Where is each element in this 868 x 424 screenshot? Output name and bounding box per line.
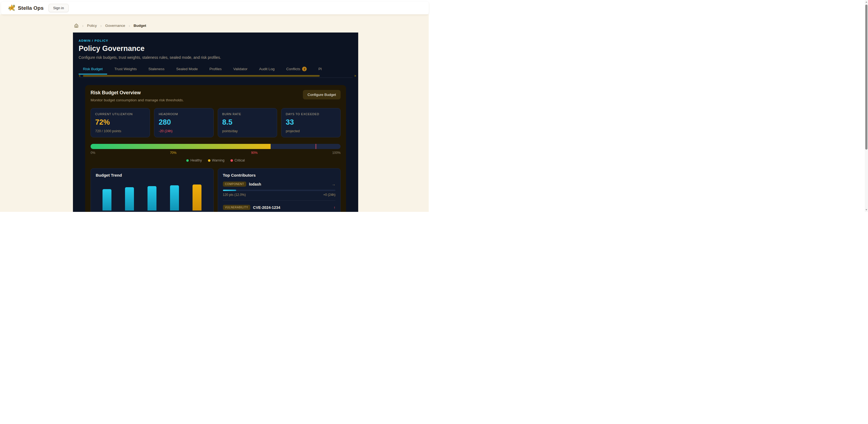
scale-label-70%: 70% bbox=[170, 151, 177, 155]
breadcrumb-item-governance[interactable]: Governance bbox=[105, 24, 125, 28]
conflicts-count-badge: 2 bbox=[302, 67, 307, 71]
sign-in-button[interactable]: Sign in bbox=[49, 4, 69, 12]
contributor-row-cve-2024-1234[interactable]: VULNERABILITYCVE-2024-1234↑95 pts (9.5%)… bbox=[223, 205, 336, 212]
configure-budget-button[interactable]: Configure Budget bbox=[303, 90, 341, 99]
stat-label: HEADROOM bbox=[159, 112, 209, 116]
stat-sub-text: projected bbox=[286, 129, 336, 133]
trend-flat-icon: → bbox=[332, 182, 335, 186]
tabs-scroll-right-arrow[interactable] bbox=[355, 75, 356, 77]
breadcrumb-separator-icon: › bbox=[100, 23, 102, 28]
tab-label: Profiles bbox=[209, 67, 221, 71]
stat-value: 72% bbox=[95, 118, 145, 127]
tab-audit-log[interactable]: Audit Log bbox=[255, 64, 279, 74]
stat-value: 280 bbox=[159, 118, 209, 127]
warning-dot-icon bbox=[208, 159, 210, 162]
page-title: Policy Governance bbox=[79, 44, 352, 53]
legend-item-healthy: Healthy bbox=[186, 159, 202, 162]
home-icon[interactable] bbox=[74, 23, 79, 28]
breadcrumb: ›Policy›Governance›Budget bbox=[74, 23, 429, 28]
tab-label: Audit Log bbox=[259, 67, 274, 71]
tab-label: Validator bbox=[233, 67, 247, 71]
utilization-bar-section: 0%70%90%100% HealthyWarningCritical bbox=[91, 144, 341, 162]
contributor-type-badge: COMPONENT bbox=[223, 182, 246, 187]
tab-validator[interactable]: Validator bbox=[229, 64, 252, 74]
trend-bar-12-8 bbox=[125, 187, 134, 210]
page-subtitle: Configure risk budgets, trust weights, s… bbox=[79, 55, 352, 60]
tab-sealed-mode[interactable]: Sealed Mode bbox=[172, 64, 202, 74]
page-background: ›Policy›Governance›Budget ADMIN / POLICY… bbox=[0, 14, 429, 212]
risk-budget-overview-card: Risk Budget Overview Monitor budget cons… bbox=[85, 85, 346, 212]
budget-trend-chart bbox=[96, 185, 209, 210]
trend-bar-12-22 bbox=[170, 185, 179, 210]
legend-label: Healthy bbox=[190, 159, 202, 162]
contributor-divider bbox=[223, 200, 336, 201]
status-legend: HealthyWarningCritical bbox=[91, 159, 341, 162]
critical-dot-icon bbox=[230, 159, 233, 162]
tab-label: Sealed Mode bbox=[176, 67, 198, 71]
breadcrumb-separator-icon: › bbox=[129, 23, 130, 28]
trend-bar-12-29 bbox=[192, 185, 202, 210]
scale-label-0%: 0% bbox=[91, 151, 95, 155]
tabs-scroll-thumb[interactable] bbox=[83, 75, 320, 77]
tab-profiles[interactable]: Profiles bbox=[205, 64, 226, 74]
stat-card-burn-rate: BURN RATE8.5points/day bbox=[218, 108, 277, 137]
tab-pl[interactable]: Pl bbox=[314, 64, 326, 74]
budget-trend-title: Budget Trend bbox=[96, 173, 209, 177]
tab-label: Trust Weights bbox=[115, 67, 137, 71]
tab-risk-budget[interactable]: Risk Budget bbox=[79, 64, 107, 74]
utilization-fill bbox=[91, 144, 271, 149]
stella-ops-logo-icon bbox=[8, 4, 16, 12]
breadcrumb-item-budget: Budget bbox=[134, 24, 147, 28]
stat-label: DAYS TO EXCEEDED bbox=[286, 112, 336, 116]
legend-item-critical: Critical bbox=[230, 159, 245, 162]
scale-label-100%: 100% bbox=[332, 151, 341, 155]
tab-conflicts[interactable]: Conflicts2 bbox=[282, 64, 311, 74]
trend-up-icon: ↑ bbox=[334, 205, 335, 210]
contributor-bar-fill bbox=[223, 190, 237, 191]
trend-bar-12-15 bbox=[148, 186, 156, 210]
contributor-bar-track bbox=[223, 190, 336, 191]
tabs-scroll-left-arrow[interactable] bbox=[79, 75, 80, 77]
brand-name: Stella Ops bbox=[18, 5, 44, 11]
scale-label-90%: 90% bbox=[251, 151, 258, 155]
stat-card-days-to-exceeded: DAYS TO EXCEEDED33projected bbox=[281, 108, 341, 137]
tab-trust-weights[interactable]: Trust Weights bbox=[110, 64, 141, 74]
legend-item-warning: Warning bbox=[208, 159, 224, 162]
tab-label: Conflicts bbox=[286, 67, 301, 71]
trend-bar-12-1 bbox=[102, 189, 112, 210]
overview-subtitle: Monitor budget consumption and manage ri… bbox=[91, 98, 184, 102]
tab-staleness[interactable]: Staleness bbox=[144, 64, 169, 74]
tab-label: Staleness bbox=[148, 67, 164, 71]
brand[interactable]: Stella Ops bbox=[8, 4, 44, 12]
contributor-sub-row: 120 pts (12.0%)+0 (24h) bbox=[223, 193, 336, 197]
tabs-divider bbox=[79, 77, 352, 78]
utilization-track bbox=[91, 144, 341, 149]
contributor-type-badge: VULNERABILITY bbox=[223, 205, 251, 210]
top-contributors-card: Top Contributors COMPONENTlodash→120 pts… bbox=[218, 168, 341, 212]
utilization-scale-labels: 0%70%90%100% bbox=[91, 151, 341, 155]
contributor-list: COMPONENTlodash→120 pts (12.0%)+0 (24h)V… bbox=[223, 182, 336, 212]
stat-value: 8.5 bbox=[222, 118, 273, 127]
healthy-dot-icon bbox=[186, 159, 189, 162]
contributor-head: COMPONENTlodash→ bbox=[223, 182, 336, 187]
contributor-points: 120 pts (12.0%) bbox=[223, 193, 246, 197]
contributor-name: CVE-2024-1234 bbox=[253, 205, 280, 210]
tabs-scroll-track[interactable] bbox=[81, 75, 353, 77]
tab-label: Risk Budget bbox=[83, 67, 103, 71]
breadcrumb-item-policy[interactable]: Policy bbox=[87, 24, 97, 28]
tab-bar: Risk BudgetTrust WeightsStalenessSealed … bbox=[79, 64, 352, 74]
stat-card-current-utilization: CURRENT UTILIZATION72%720 / 1000 points bbox=[91, 108, 150, 137]
stat-value: 33 bbox=[286, 118, 336, 127]
contributor-head: VULNERABILITYCVE-2024-1234↑ bbox=[223, 205, 336, 210]
contributor-row-lodash[interactable]: COMPONENTlodash→120 pts (12.0%)+0 (24h) bbox=[223, 182, 336, 197]
stat-cards: CURRENT UTILIZATION72%720 / 1000 pointsH… bbox=[91, 108, 341, 137]
stat-label: BURN RATE bbox=[222, 112, 273, 116]
stat-card-headroom: HEADROOM280-20 (24h) bbox=[154, 108, 213, 137]
stat-sub-text: -20 (24h) bbox=[159, 129, 209, 133]
app-header: Stella Ops Sign in bbox=[1, 2, 429, 14]
legend-label: Warning bbox=[212, 159, 224, 162]
tabs-scrollbar[interactable] bbox=[79, 75, 356, 77]
breadcrumb-separator-icon: › bbox=[82, 23, 84, 28]
breadcrumb-eyebrow: ADMIN / POLICY bbox=[79, 39, 352, 42]
top-contributors-title: Top Contributors bbox=[223, 173, 336, 177]
